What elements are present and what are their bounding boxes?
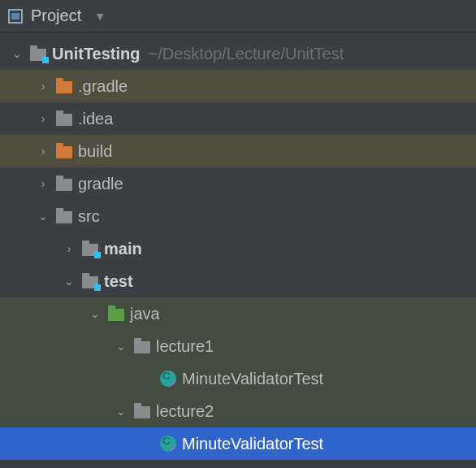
tree-node-idea[interactable]: › .idea: [0, 102, 476, 135]
kotlin-class-icon: [159, 370, 177, 388]
expand-arrow-icon[interactable]: ›: [36, 145, 50, 158]
node-label: build: [78, 142, 112, 161]
tool-window-header: Project ▼: [0, 0, 476, 32]
tree-node-main[interactable]: › main: [0, 232, 476, 265]
tree-node-lecture1[interactable]: ⌄ lecture1: [0, 330, 476, 362]
tree-node-file-lecture2[interactable]: · MinuteValidatorTest: [0, 427, 476, 460]
expand-arrow-icon[interactable]: ›: [36, 80, 50, 93]
node-label: java: [130, 305, 160, 323]
package-icon: [133, 402, 151, 420]
node-path: ~/Desktop/Lecture/UnitTest: [149, 45, 344, 63]
node-label: .idea: [78, 110, 113, 128]
tool-window-title: Project: [31, 6, 81, 25]
module-folder-icon: [29, 45, 47, 63]
test-source-folder-icon: [107, 305, 125, 323]
tree-node-file-lecture1[interactable]: · MinuteValidatorTest: [0, 362, 476, 395]
node-label: UnitTesting: [52, 45, 141, 63]
expand-arrow-icon[interactable]: ›: [36, 112, 50, 125]
node-label: gradle: [78, 175, 123, 193]
expand-arrow-icon[interactable]: ⌄: [62, 275, 76, 288]
tree-node-lecture2[interactable]: ⌄ lecture2: [0, 395, 476, 427]
node-label: main: [104, 240, 142, 258]
module-folder-icon: [81, 240, 99, 258]
expand-arrow-icon[interactable]: ⌄: [36, 210, 50, 223]
tree-node-root[interactable]: ⌄ UnitTesting ~/Desktop/Lecture/UnitTest: [0, 37, 476, 70]
package-icon: [133, 337, 151, 355]
view-dropdown-icon[interactable]: ▼: [94, 10, 106, 23]
node-label: MinuteValidatorTest: [182, 370, 323, 388]
folder-icon: [55, 175, 73, 193]
tree-node-java[interactable]: ⌄ java: [0, 297, 476, 330]
module-folder-icon: [81, 272, 99, 290]
expand-arrow-icon[interactable]: ›: [36, 177, 50, 190]
node-label: src: [78, 207, 100, 226]
node-label: .gradle: [78, 77, 128, 96]
tree-node-gradle-hidden[interactable]: › .gradle: [0, 70, 476, 102]
excluded-folder-icon: [55, 77, 73, 95]
expand-arrow-icon[interactable]: ›: [62, 242, 76, 255]
excluded-folder-icon: [55, 142, 73, 160]
folder-icon: [55, 207, 73, 225]
tree-node-src[interactable]: ⌄ src: [0, 200, 476, 232]
folder-icon: [55, 110, 73, 128]
kotlin-class-icon: [159, 435, 177, 453]
expand-arrow-icon[interactable]: ⌄: [114, 405, 128, 418]
node-label: lecture2: [156, 402, 214, 421]
tree-node-build[interactable]: › build: [0, 135, 476, 167]
project-tree[interactable]: ⌄ UnitTesting ~/Desktop/Lecture/UnitTest…: [0, 32, 476, 460]
node-label: test: [104, 272, 133, 291]
expand-arrow-icon[interactable]: ⌄: [10, 47, 24, 60]
project-view-icon: [8, 9, 23, 24]
expand-arrow-icon[interactable]: ⌄: [114, 340, 128, 353]
node-label: MinuteValidatorTest: [182, 435, 323, 453]
node-label: lecture1: [156, 337, 214, 356]
tree-node-gradle[interactable]: › gradle: [0, 167, 476, 200]
expand-arrow-icon[interactable]: ⌄: [88, 307, 102, 320]
tree-node-test[interactable]: ⌄ test: [0, 265, 476, 297]
